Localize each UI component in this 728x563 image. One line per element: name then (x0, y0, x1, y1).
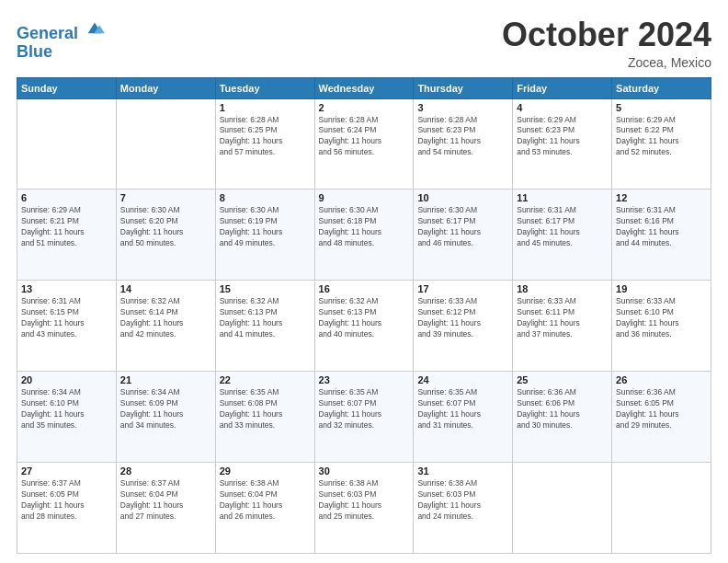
weekday-header-saturday: Saturday (612, 77, 711, 98)
day-info: Sunrise: 6:31 AM Sunset: 6:16 PM Dayligh… (616, 205, 707, 249)
day-info: Sunrise: 6:30 AM Sunset: 6:17 PM Dayligh… (417, 205, 508, 249)
day-info: Sunrise: 6:35 AM Sunset: 6:08 PM Dayligh… (220, 387, 311, 431)
day-number: 16 (319, 283, 410, 294)
weekday-header-monday: Monday (116, 77, 215, 98)
day-info: Sunrise: 6:36 AM Sunset: 6:05 PM Dayligh… (616, 387, 707, 431)
day-number: 3 (417, 102, 508, 113)
calendar-cell (17, 98, 117, 190)
calendar-cell (116, 98, 215, 190)
day-info: Sunrise: 6:36 AM Sunset: 6:06 PM Dayligh… (517, 387, 608, 431)
logo-text-blue: Blue (17, 43, 105, 62)
calendar-cell: 29Sunrise: 6:38 AM Sunset: 6:04 PM Dayli… (215, 463, 314, 554)
day-info: Sunrise: 6:29 AM Sunset: 6:22 PM Dayligh… (616, 115, 707, 159)
calendar-cell: 13Sunrise: 6:31 AM Sunset: 6:15 PM Dayli… (17, 281, 117, 372)
day-number: 29 (220, 465, 311, 477)
calendar-cell: 6Sunrise: 6:29 AM Sunset: 6:21 PM Daylig… (17, 190, 117, 281)
calendar-cell: 3Sunrise: 6:28 AM Sunset: 6:23 PM Daylig… (414, 98, 513, 190)
day-info: Sunrise: 6:31 AM Sunset: 6:15 PM Dayligh… (21, 296, 112, 340)
day-number: 12 (616, 192, 707, 203)
subtitle: Zocea, Mexico (502, 55, 711, 70)
calendar-cell (513, 463, 612, 554)
day-number: 21 (120, 374, 211, 385)
day-info: Sunrise: 6:37 AM Sunset: 6:04 PM Dayligh… (120, 478, 211, 523)
day-number: 10 (417, 192, 508, 203)
day-number: 5 (616, 102, 707, 113)
calendar-cell: 25Sunrise: 6:36 AM Sunset: 6:06 PM Dayli… (513, 372, 612, 463)
calendar-cell: 24Sunrise: 6:35 AM Sunset: 6:07 PM Dayli… (414, 372, 513, 463)
logo-icon (85, 18, 105, 39)
calendar-cell: 2Sunrise: 6:28 AM Sunset: 6:24 PM Daylig… (314, 98, 414, 190)
calendar-cell (612, 463, 711, 554)
logo: General Blue (17, 18, 105, 62)
day-info: Sunrise: 6:33 AM Sunset: 6:10 PM Dayligh… (616, 296, 707, 340)
calendar-cell: 9Sunrise: 6:30 AM Sunset: 6:18 PM Daylig… (314, 190, 414, 281)
day-number: 23 (319, 374, 410, 385)
calendar-cell: 19Sunrise: 6:33 AM Sunset: 6:10 PM Dayli… (612, 281, 711, 372)
day-number: 26 (616, 374, 707, 385)
page: General Blue October 2024 Zocea, Mexico (0, 0, 728, 563)
day-number: 22 (220, 374, 311, 385)
day-info: Sunrise: 6:29 AM Sunset: 6:21 PM Dayligh… (21, 205, 112, 249)
day-number: 9 (319, 192, 410, 203)
weekday-header-wednesday: Wednesday (314, 77, 414, 98)
calendar-cell: 18Sunrise: 6:33 AM Sunset: 6:11 PM Dayli… (513, 281, 612, 372)
day-number: 20 (21, 374, 112, 385)
day-info: Sunrise: 6:28 AM Sunset: 6:24 PM Dayligh… (319, 115, 410, 159)
day-info: Sunrise: 6:38 AM Sunset: 6:04 PM Dayligh… (220, 478, 311, 523)
calendar-cell: 14Sunrise: 6:32 AM Sunset: 6:14 PM Dayli… (116, 281, 215, 372)
day-info: Sunrise: 6:28 AM Sunset: 6:23 PM Dayligh… (417, 115, 508, 159)
day-info: Sunrise: 6:28 AM Sunset: 6:25 PM Dayligh… (220, 115, 311, 159)
day-info: Sunrise: 6:38 AM Sunset: 6:03 PM Dayligh… (319, 478, 410, 523)
weekday-header-thursday: Thursday (414, 77, 513, 98)
day-info: Sunrise: 6:30 AM Sunset: 6:19 PM Dayligh… (220, 205, 311, 249)
day-info: Sunrise: 6:30 AM Sunset: 6:20 PM Dayligh… (120, 205, 211, 249)
calendar-cell: 12Sunrise: 6:31 AM Sunset: 6:16 PM Dayli… (612, 190, 711, 281)
calendar-table: SundayMondayTuesdayWednesdayThursdayFrid… (17, 77, 711, 554)
weekday-header-tuesday: Tuesday (215, 77, 314, 98)
week-row-3: 13Sunrise: 6:31 AM Sunset: 6:15 PM Dayli… (17, 281, 711, 372)
day-number: 24 (417, 374, 508, 385)
calendar-cell: 4Sunrise: 6:29 AM Sunset: 6:23 PM Daylig… (513, 98, 612, 190)
day-number: 28 (120, 465, 211, 477)
main-title: October 2024 (502, 17, 711, 53)
calendar-cell: 31Sunrise: 6:38 AM Sunset: 6:03 PM Dayli… (414, 463, 513, 554)
day-info: Sunrise: 6:37 AM Sunset: 6:05 PM Dayligh… (21, 478, 112, 523)
day-number: 15 (220, 283, 311, 294)
day-number: 18 (517, 283, 608, 294)
calendar-cell: 5Sunrise: 6:29 AM Sunset: 6:22 PM Daylig… (612, 98, 711, 190)
day-info: Sunrise: 6:32 AM Sunset: 6:14 PM Dayligh… (120, 296, 211, 340)
day-info: Sunrise: 6:35 AM Sunset: 6:07 PM Dayligh… (319, 387, 410, 431)
day-number: 2 (319, 102, 410, 113)
day-info: Sunrise: 6:32 AM Sunset: 6:13 PM Dayligh… (319, 296, 410, 340)
calendar-cell: 1Sunrise: 6:28 AM Sunset: 6:25 PM Daylig… (215, 98, 314, 190)
calendar-cell: 22Sunrise: 6:35 AM Sunset: 6:08 PM Dayli… (215, 372, 314, 463)
day-info: Sunrise: 6:30 AM Sunset: 6:18 PM Dayligh… (319, 205, 410, 249)
calendar-cell: 17Sunrise: 6:33 AM Sunset: 6:12 PM Dayli… (414, 281, 513, 372)
day-info: Sunrise: 6:34 AM Sunset: 6:10 PM Dayligh… (21, 387, 112, 431)
day-number: 4 (517, 102, 608, 113)
calendar-cell: 26Sunrise: 6:36 AM Sunset: 6:05 PM Dayli… (612, 372, 711, 463)
week-row-2: 6Sunrise: 6:29 AM Sunset: 6:21 PM Daylig… (17, 190, 711, 281)
day-info: Sunrise: 6:29 AM Sunset: 6:23 PM Dayligh… (517, 115, 608, 159)
day-number: 11 (517, 192, 608, 203)
day-number: 17 (417, 283, 508, 294)
calendar-cell: 10Sunrise: 6:30 AM Sunset: 6:17 PM Dayli… (414, 190, 513, 281)
calendar-cell: 28Sunrise: 6:37 AM Sunset: 6:04 PM Dayli… (116, 463, 215, 554)
week-row-5: 27Sunrise: 6:37 AM Sunset: 6:05 PM Dayli… (17, 463, 711, 554)
calendar-cell: 11Sunrise: 6:31 AM Sunset: 6:17 PM Dayli… (513, 190, 612, 281)
day-number: 25 (517, 374, 608, 385)
day-info: Sunrise: 6:31 AM Sunset: 6:17 PM Dayligh… (517, 205, 608, 249)
day-info: Sunrise: 6:34 AM Sunset: 6:09 PM Dayligh… (120, 387, 211, 431)
day-number: 13 (21, 283, 112, 294)
calendar-cell: 30Sunrise: 6:38 AM Sunset: 6:03 PM Dayli… (314, 463, 414, 554)
weekday-header-row: SundayMondayTuesdayWednesdayThursdayFrid… (17, 77, 711, 98)
calendar-cell: 7Sunrise: 6:30 AM Sunset: 6:20 PM Daylig… (116, 190, 215, 281)
day-info: Sunrise: 6:33 AM Sunset: 6:12 PM Dayligh… (417, 296, 508, 340)
title-block: October 2024 Zocea, Mexico (502, 17, 711, 70)
logo-text: General (17, 18, 105, 43)
calendar-cell: 27Sunrise: 6:37 AM Sunset: 6:05 PM Dayli… (17, 463, 117, 554)
day-number: 8 (220, 192, 311, 203)
calendar-cell: 23Sunrise: 6:35 AM Sunset: 6:07 PM Dayli… (314, 372, 414, 463)
day-number: 1 (220, 102, 311, 113)
calendar-cell: 8Sunrise: 6:30 AM Sunset: 6:19 PM Daylig… (215, 190, 314, 281)
